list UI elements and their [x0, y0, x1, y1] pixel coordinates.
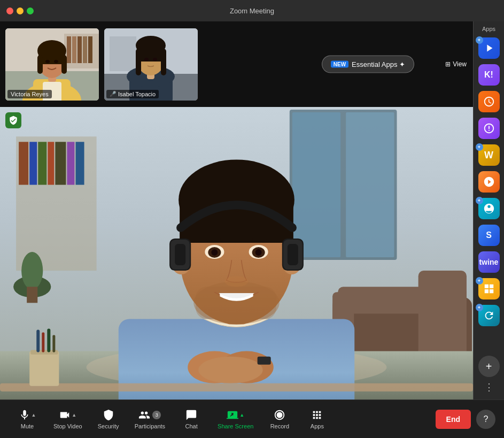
maximize-button[interactable]	[27, 7, 34, 14]
security-shield-badge	[5, 112, 21, 128]
mute-chevron: ▲	[32, 412, 36, 418]
add-badge-hyper: +	[476, 197, 483, 204]
stop-video-icon: ▲	[59, 409, 76, 421]
toolbar-stop-video[interactable]: ▲ Stop Video	[46, 409, 90, 429]
toolbar-record[interactable]: Record	[261, 409, 298, 429]
svg-rect-79	[175, 244, 185, 265]
sesh-icon: S	[478, 225, 500, 246]
svg-rect-83	[0, 383, 473, 391]
svg-rect-82	[288, 244, 298, 265]
svg-rect-4	[72, 36, 76, 63]
video-chevron: ▲	[72, 412, 76, 418]
app-icon-clockwise[interactable]	[477, 91, 501, 116]
share-screen-icon: ▲	[227, 409, 244, 421]
participants-strip: Victoria Reyes	[0, 21, 473, 107]
app-icon-twine[interactable]: twine	[477, 251, 501, 276]
svg-point-60	[198, 357, 262, 383]
add-badge-writecream: +	[476, 143, 483, 151]
svg-rect-31	[161, 49, 166, 75]
collab-icon	[478, 118, 500, 139]
app-icon-miro[interactable]: +	[477, 278, 501, 303]
view-button[interactable]: ⊞ View	[445, 60, 467, 68]
share-chevron: ▲	[239, 412, 244, 418]
svg-point-75	[255, 249, 262, 256]
security-label: Security	[98, 423, 119, 429]
svg-rect-36	[292, 112, 340, 257]
svg-rect-65	[196, 287, 276, 319]
svg-rect-7	[88, 36, 92, 63]
shield-icon	[9, 116, 18, 125]
svg-point-19	[54, 60, 58, 63]
view-label: View	[453, 60, 467, 68]
security-icon	[103, 409, 114, 421]
svg-point-74	[211, 249, 218, 256]
record-label: Record	[270, 423, 289, 429]
participant-label-isabel: 🎤 Isabel Topacio	[106, 90, 159, 98]
toolbar-participants[interactable]: 3 Participants	[127, 409, 173, 429]
minimize-button[interactable]	[17, 7, 24, 14]
sidebar-bottom: + ⋮	[478, 356, 500, 399]
window-title: Zoom Meeting	[230, 7, 274, 15]
app-icon-snap[interactable]	[477, 171, 501, 196]
toolbar-apps[interactable]: Apps	[298, 409, 336, 429]
app-icon-hyper[interactable]: +	[477, 198, 501, 222]
new-badge: NEW	[331, 61, 348, 68]
svg-rect-40	[29, 142, 37, 185]
mute-label: Mute	[21, 423, 34, 429]
add-badge-refresh: +	[476, 304, 483, 311]
main-video-art	[0, 107, 473, 399]
svg-rect-86	[36, 329, 40, 352]
svg-rect-5	[77, 36, 82, 63]
app-icon-pitch[interactable]: +	[477, 37, 501, 62]
apps-sidebar-title: Apps	[482, 26, 495, 32]
essential-apps-label: Essential Apps ✦	[352, 60, 405, 68]
sidebar-more-button[interactable]: ⋮	[478, 379, 500, 395]
svg-rect-45	[75, 142, 84, 185]
svg-rect-51	[418, 271, 467, 357]
help-icon: ?	[484, 414, 489, 424]
end-button[interactable]: End	[436, 410, 471, 429]
toolbar-security[interactable]: Security	[90, 409, 127, 429]
window-controls	[6, 7, 34, 14]
main-area: Victoria Reyes	[0, 21, 504, 399]
svg-rect-22	[110, 36, 136, 71]
app-icon-sesh[interactable]: S	[477, 225, 501, 249]
svg-point-47	[21, 252, 43, 289]
svg-rect-84	[29, 351, 59, 386]
kahoot-icon: K!	[478, 64, 500, 86]
help-button[interactable]: ?	[476, 410, 495, 429]
toolbar-mute[interactable]: ▲ Mute	[9, 409, 46, 429]
svg-point-33	[153, 58, 157, 61]
svg-rect-16	[37, 55, 43, 74]
app-icon-refresh[interactable]: +	[477, 305, 501, 329]
participant-thumbnail-victoria[interactable]: Victoria Reyes	[5, 28, 99, 101]
clockwise-icon	[478, 91, 500, 112]
app-icon-kahoot[interactable]: K!	[477, 64, 501, 89]
svg-rect-88	[47, 328, 50, 352]
close-button[interactable]	[6, 7, 13, 14]
participant-label-victoria: Victoria Reyes	[7, 90, 52, 98]
svg-rect-48	[27, 287, 37, 303]
app-icon-writecream[interactable]: + W	[477, 144, 501, 169]
toolbar-chat[interactable]: Chat	[173, 409, 210, 429]
mute-icon: ▲	[19, 409, 36, 421]
svg-point-76	[224, 276, 248, 287]
add-badge-miro: +	[476, 277, 483, 285]
svg-rect-37	[346, 112, 394, 257]
app-icon-collab[interactable]	[477, 118, 501, 142]
main-video	[0, 107, 473, 399]
svg-rect-6	[83, 36, 87, 63]
apps-icon	[311, 409, 323, 421]
chat-icon	[185, 409, 197, 421]
svg-rect-89	[52, 335, 55, 352]
participants-count: 3	[152, 411, 161, 419]
toolbar-share-screen[interactable]: ▲ Share Screen	[210, 409, 261, 429]
svg-rect-43	[55, 142, 66, 185]
toolbar: ▲ Mute ▲ Stop Video Security 3 Participa…	[0, 399, 504, 438]
svg-rect-17	[61, 55, 67, 74]
essential-apps-button[interactable]: NEW Essential Apps ✦	[322, 56, 414, 73]
svg-point-18	[45, 60, 50, 63]
participant-thumbnail-isabel[interactable]: 🎤 Isabel Topacio	[104, 28, 198, 101]
share-screen-label: Share Screen	[218, 423, 253, 429]
sidebar-add-button[interactable]: +	[478, 356, 500, 377]
